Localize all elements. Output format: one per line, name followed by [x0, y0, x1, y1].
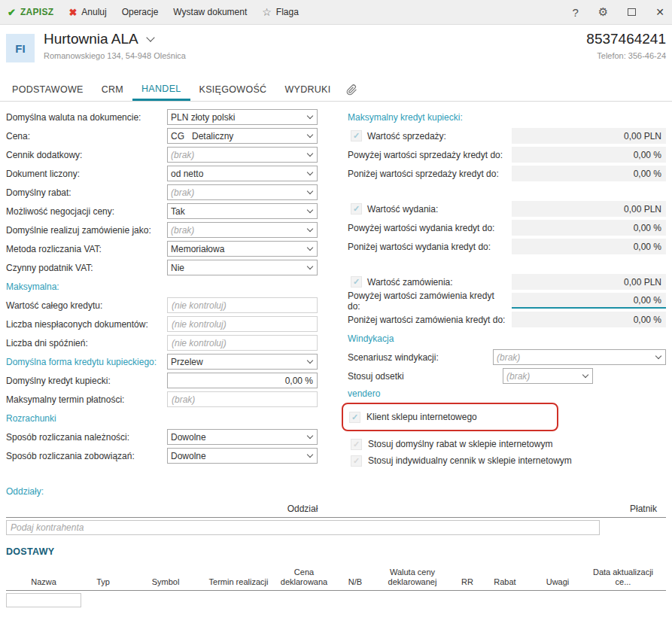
tab-podstawowe[interactable]: PODSTAWOWE [3, 78, 93, 101]
tab-ksiegowosc[interactable]: KSIĘGOWOŚĆ [190, 78, 276, 101]
readonly-value: 0,00 % [512, 312, 666, 327]
checkbox-label: Klient sklepu internetowego [366, 412, 477, 422]
save-button[interactable]: ✔ ZAPISZ [8, 7, 53, 18]
field-label: Domyślny rabat: [6, 187, 167, 198]
field-label: Powyżej wartości zamówienia kredyt do: [348, 291, 512, 312]
readonly-value-focused: 0,00 % [512, 293, 666, 309]
chevron-down-icon [307, 169, 313, 175]
field-label: Powyżej wartości sprzedaży kredyt do: [348, 150, 512, 160]
left-form: Domyślna waluta na dokumencie:PLN złoty … [6, 108, 318, 465]
tab-handel[interactable]: HANDEL [132, 78, 190, 101]
readonly-value: 0,00 % [512, 166, 666, 181]
field-label: Możliwość negocjacji ceny: [6, 206, 167, 217]
default-credit-input[interactable] [167, 373, 318, 388]
kontrahent-input[interactable] [6, 520, 600, 535]
column-header: Data aktualizacji ce... [588, 567, 658, 587]
vat-method-select[interactable]: Memoriałowa [167, 241, 318, 257]
field-label: Domyślnie realizuj zamówienie jako: [6, 225, 167, 236]
overdue-days-input[interactable] [167, 335, 318, 351]
operations-menu[interactable]: Operacje [122, 7, 159, 17]
save-label: ZAPISZ [20, 7, 53, 17]
checkbox-wartosc-wydania[interactable]: ✓ [351, 203, 362, 215]
chevron-down-icon [582, 372, 588, 378]
active-vat-payer-select[interactable]: Nie [167, 260, 318, 275]
maximize-button[interactable] [628, 8, 636, 16]
windykacja-scenario-select[interactable]: (brak) [493, 349, 666, 365]
checkbox-wartosc-zamowienia[interactable]: ✓ [351, 276, 362, 288]
total-credit-input[interactable] [167, 297, 318, 313]
checkbox-wartosc-sprzedazy[interactable]: ✓ [351, 130, 362, 141]
windykacja-link[interactable]: Windykacja [348, 333, 394, 344]
column-header: Uwagi [527, 577, 588, 587]
additional-pricelist-select[interactable]: (brak) [167, 147, 318, 163]
chevron-down-icon [307, 226, 313, 232]
field-label: Scenariusz windykacji: [348, 352, 493, 363]
field-label: Cennik dodatkowy: [6, 150, 167, 160]
max-credit-link[interactable]: Maksymalny kredyt kupiecki: [348, 112, 463, 123]
tab-crm[interactable]: CRM [93, 78, 132, 101]
record-header: FI Hurtownia ALA Romanowskiego 134, 54-9… [0, 26, 672, 77]
oddzialy-link[interactable]: Oddziały: [6, 486, 44, 497]
vendero-link[interactable]: vendero [348, 388, 380, 399]
cancel-button[interactable]: ✖ Anuluj [68, 7, 106, 18]
field-label: Czynny podatnik VAT: [6, 263, 167, 273]
chevron-down-icon [307, 151, 313, 157]
readonly-value: 0,00 PLN [512, 128, 666, 144]
close-button[interactable]: ✕ [655, 6, 664, 18]
odsetki-select[interactable]: (brak) [503, 368, 593, 384]
column-header: Waluta ceny deklarowanej [373, 567, 452, 587]
avatar: FI [6, 34, 35, 62]
checkbox-klient-sklepu[interactable]: ✓ [349, 412, 360, 423]
checkbox-domyslny-rabat-sklep[interactable]: ✓ [351, 439, 362, 450]
chevron-down-icon [307, 433, 313, 439]
currency-select[interactable]: PLN złoty polski [167, 109, 318, 125]
field-label: Stosuj odsetki [348, 371, 503, 382]
max-payment-term-input[interactable] [167, 391, 318, 407]
field-label: Powyżej wartości wydania kredyt do: [348, 223, 512, 233]
rozrachunki-link[interactable]: Rozrachunki [6, 413, 318, 424]
default-discount-select[interactable]: (brak) [167, 184, 318, 200]
price-negotiation-select[interactable]: Tak [167, 203, 318, 219]
column-header-platnik: Płatnik [599, 504, 666, 514]
help-button[interactable]: ? [572, 6, 578, 19]
column-header-oddzial: Oddział [6, 504, 599, 514]
field-label: Dokument liczony: [6, 169, 167, 179]
chevron-down-icon [307, 132, 313, 138]
default-order-select[interactable]: (brak) [167, 222, 318, 238]
issue-document-menu[interactable]: Wystaw dokument [173, 7, 247, 17]
column-header: Nazwa [6, 577, 81, 587]
readonly-value: 0,00 % [512, 239, 666, 254]
credit-form-link[interactable]: Domyślna forma kredytu kupieckiego: [6, 357, 167, 367]
chevron-down-icon [307, 452, 313, 458]
column-header: Symbol [125, 577, 206, 587]
x-icon: ✖ [68, 7, 77, 18]
field-label: Domyślna waluta na dokumencie: [6, 112, 167, 123]
checkbox-indywidualny-cennik-sklep[interactable]: ✓ [351, 455, 362, 467]
gear-icon[interactable]: ⚙ [598, 5, 608, 19]
chevron-down-icon [307, 263, 313, 269]
unpaid-docs-input[interactable] [167, 316, 318, 332]
tab-wydruki[interactable]: WYDRUKI [275, 78, 339, 101]
dostawy-section: DOSTAWY Nazwa Typ Symbol Termin realizac… [6, 546, 666, 607]
flag-button[interactable]: ☆ Flaga [262, 6, 299, 18]
field-label: Poniżej wartości zamówienia kredyt do: [348, 315, 512, 325]
checkbox-label: Stosuj domyślny rabat w sklepie internet… [368, 439, 552, 449]
chevron-down-icon [307, 113, 313, 119]
readonly-value: 0,00 % [512, 147, 666, 163]
field-label: Liczba dni spóźnień: [6, 338, 167, 348]
document-calc-select[interactable]: od netto [167, 166, 318, 181]
right-form: Maksymalny kredyt kupiecki: ✓Wartość spr… [348, 108, 666, 469]
credit-form-select[interactable]: Przelew [167, 354, 318, 370]
price-group-select[interactable]: CGDetaliczny [167, 128, 318, 144]
field-label: Wartość sprzedaży: [367, 131, 512, 141]
column-header: Typ [81, 577, 125, 587]
field-label: Wartość całego kredytu: [6, 300, 167, 311]
field-label: Wartość zamówienia: [367, 277, 512, 288]
highlight-box: ✓Klient sklepu internetowego [342, 403, 558, 431]
receivables-settlement-select[interactable]: Dowolne [167, 429, 318, 445]
paperclip-icon[interactable] [340, 78, 363, 101]
chevron-down-icon[interactable] [146, 33, 154, 41]
maksymalna-link[interactable]: Maksymalna: [6, 281, 318, 292]
nazwa-filter-input[interactable] [6, 593, 81, 607]
liabilities-settlement-select[interactable]: Dowolne [167, 448, 318, 464]
